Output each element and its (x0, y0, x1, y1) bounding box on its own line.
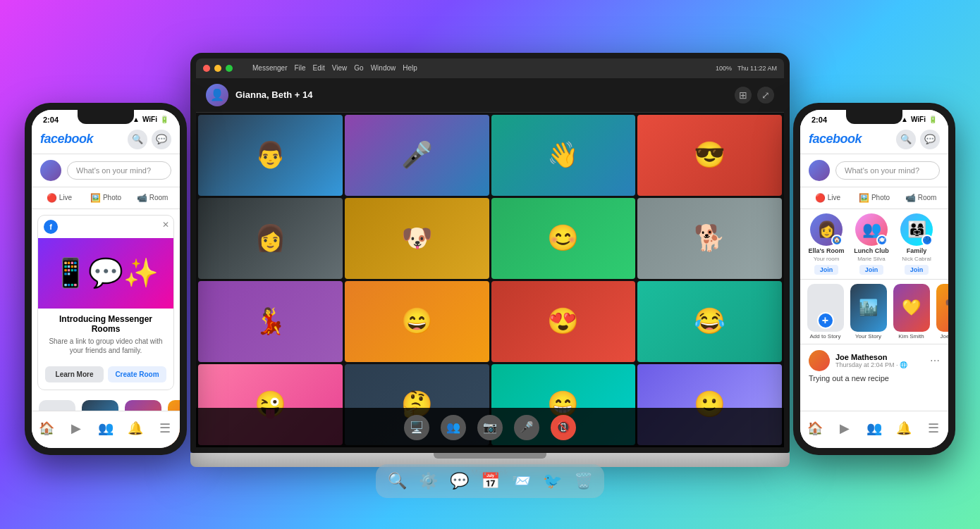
right-lunch-badge: 🍽️ (876, 235, 888, 246)
left-post-input[interactable]: What's on your mind? (67, 161, 171, 180)
right-lunch-join[interactable]: Join (859, 265, 884, 275)
messenger-rooms-graphic: 📱💬✨ (53, 256, 159, 290)
right-feed-post: Joe Matheson Thursday at 2:04 PM · 🌐 ⋯ T… (800, 344, 948, 388)
left-rooms-card-header: f (38, 216, 173, 238)
right-post-input[interactable]: What's on your mind? (835, 161, 940, 180)
laptop-menu-bar: Messenger File Edit View Go Window Help … (196, 58, 784, 78)
participants-btn[interactable]: 👥 (441, 415, 466, 440)
right-room-btn[interactable]: 📹 Room (899, 190, 943, 206)
left-facebook-logo: facebook (40, 132, 93, 147)
left-fb-header: facebook 🔍 💬 (32, 127, 180, 154)
left-nav-menu[interactable]: ☰ (154, 417, 176, 440)
left-bottom-nav: 🏠 ▶ 👥 🔔 ☰ (32, 411, 180, 448)
right-story-yours-thumb: 🏙️ (850, 284, 887, 332)
dock-messages[interactable]: 💬 (446, 468, 472, 494)
video-cell-10: 😄 (345, 281, 489, 362)
right-post-author-time: Thursday at 2:04 PM · 🌐 (835, 361, 924, 368)
video-cell-11: 😍 (491, 281, 636, 362)
video-cell-6: 🐶 (345, 198, 489, 279)
right-nav-watch[interactable]: ▶ (833, 417, 856, 440)
right-family-join[interactable]: Join (905, 265, 929, 275)
right-story-kim[interactable]: 💛 Kim Smith (892, 284, 931, 340)
right-messenger-icon[interactable]: 💬 (920, 130, 940, 149)
right-nav-menu[interactable]: ☰ (922, 417, 945, 440)
left-live-btn[interactable]: 🔴 Live (37, 190, 81, 206)
right-photo-label: Photo (871, 194, 890, 201)
right-phone-screen: 2:04 ▲▲▲ WiFi 🔋 facebook 🔍 💬 (800, 110, 948, 448)
end-call-btn[interactable]: 📵 (551, 415, 576, 440)
left-action-buttons: 🔴 Live 🖼️ Photo 📹 Room (32, 187, 180, 209)
dock-system-prefs[interactable]: ⚙️ (415, 468, 441, 494)
room-label: Room (149, 194, 169, 201)
right-nav-home[interactable]: 🏠 (804, 417, 826, 440)
left-rooms-card-text: Introducing Messenger Rooms Share a link… (38, 309, 173, 366)
right-your-story-label: Your Story (855, 334, 881, 340)
room-fullscreen-icon[interactable]: ⤢ (757, 87, 774, 104)
right-live-icon: 🔴 (815, 193, 826, 203)
room-header: 👤 Gianna, Beth + 14 ⊞ ⤢ (196, 78, 784, 113)
right-post-more-icon[interactable]: ⋯ (930, 355, 940, 366)
camera-btn[interactable]: 📷 (477, 415, 503, 440)
right-search-icon[interactable]: 🔍 (896, 130, 916, 149)
clock-time: Thu 11:22 AM (737, 65, 777, 72)
video-cell-9: 💃 (198, 281, 343, 362)
close-dot[interactable] (203, 65, 210, 72)
battery-icon: 🔋 (160, 116, 169, 123)
menu-edit[interactable]: Edit (313, 64, 325, 72)
left-search-icon[interactable]: 🔍 (128, 130, 147, 149)
right-nav-groups[interactable]: 👥 (863, 417, 886, 440)
right-room-icon: 📹 (905, 193, 916, 203)
left-rooms-card-close[interactable]: ✕ (162, 220, 169, 230)
left-phone-frame: 2:04 ▲▲▲ WiFi 🔋 facebook 🔍 💬 (25, 103, 187, 455)
left-nav-home[interactable]: 🏠 (35, 417, 58, 440)
menu-view[interactable]: View (332, 64, 348, 72)
right-story-add[interactable]: + Add to Story (806, 284, 845, 340)
left-nav-notifications[interactable]: 🔔 (124, 417, 147, 440)
left-header-icons: 🔍 💬 (128, 130, 171, 149)
left-phone: 2:04 ▲▲▲ WiFi 🔋 facebook 🔍 💬 (25, 103, 187, 455)
video-cell-12: 😂 (637, 281, 782, 362)
right-story-joel[interactable]: 🐕 Joel Holzer (935, 284, 948, 340)
left-learn-more-btn[interactable]: Learn More (45, 366, 104, 382)
dock-calendar[interactable]: 📅 (477, 468, 503, 494)
mic-btn[interactable]: 🎤 (514, 415, 539, 440)
left-room-btn[interactable]: 📹 Room (130, 190, 174, 206)
live-icon: 🔴 (47, 193, 57, 203)
screen-share-btn[interactable]: 🖥️ (404, 415, 429, 440)
menu-go[interactable]: Go (354, 64, 363, 72)
laptop-bezel: Messenger File Edit View Go Window Help … (190, 53, 790, 453)
left-nav-groups[interactable]: 👥 (94, 417, 117, 440)
minimize-dot[interactable] (214, 65, 221, 72)
right-nav-notifications[interactable]: 🔔 (893, 417, 915, 440)
right-photo-icon: 🖼️ (859, 193, 869, 203)
right-post-text: Trying out a new recipe (809, 374, 940, 382)
right-post-avatar (809, 160, 830, 181)
left-rooms-card: f ✕ 📱💬✨ Introducing Messenger Rooms Shar… (37, 215, 174, 390)
dock-trash[interactable]: 🗑️ (570, 468, 596, 494)
right-live-btn[interactable]: 🔴 Live (806, 190, 850, 206)
left-phone-screen: 2:04 ▲▲▲ WiFi 🔋 facebook 🔍 💬 (32, 110, 180, 448)
right-bottom-nav: 🏠 ▶ 👥 🔔 ☰ (800, 411, 948, 448)
left-nav-watch[interactable]: ▶ (65, 417, 87, 440)
left-rooms-actions: Learn More Create Room (38, 366, 173, 390)
menu-file[interactable]: File (294, 64, 305, 72)
menu-window[interactable]: Window (371, 64, 396, 72)
right-story-yours[interactable]: 🏙️ Your Story (849, 284, 888, 340)
dock-finder[interactable]: 🔍 (384, 468, 410, 494)
maximize-dot[interactable] (226, 65, 233, 72)
right-add-story-label: Add to Story (809, 334, 840, 340)
right-photo-btn[interactable]: 🖼️ Photo (852, 190, 896, 206)
right-add-plus: + (817, 312, 834, 329)
right-ella-join[interactable]: Join (814, 265, 839, 275)
dock-messenger[interactable]: 📨 (508, 468, 534, 494)
right-header-icons: 🔍 💬 (896, 130, 940, 149)
left-create-room-btn[interactable]: Create Room (108, 366, 166, 382)
right-lunch-sub: Marie Silva (857, 256, 886, 262)
menu-help[interactable]: Help (403, 64, 417, 72)
left-photo-btn[interactable]: 🖼️ Photo (84, 190, 128, 206)
left-messenger-icon[interactable]: 💬 (152, 130, 171, 149)
menu-bar-right: 100% Thu 11:22 AM (716, 65, 777, 72)
room-grid-icon[interactable]: ⊞ (735, 87, 752, 104)
left-post-box: What's on your mind? (32, 154, 180, 187)
dock-twitterrific[interactable]: 🐦 (539, 468, 565, 494)
